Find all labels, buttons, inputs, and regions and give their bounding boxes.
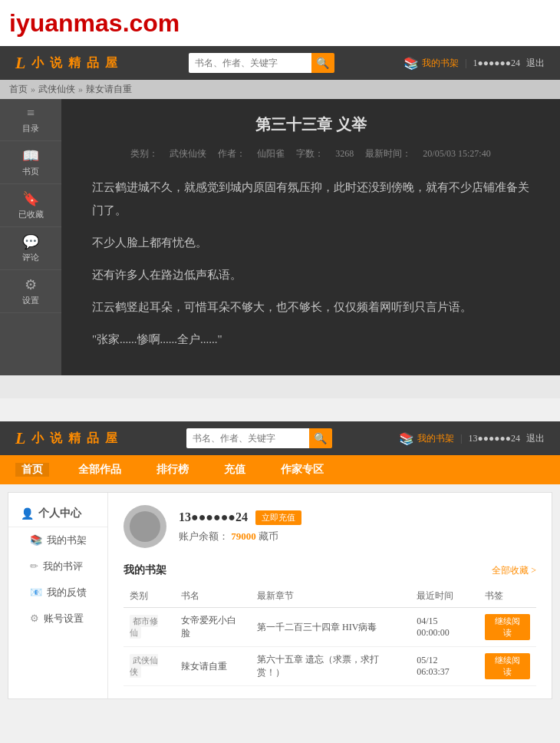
toolbar-toc-label: 目录 <box>22 123 39 134</box>
toolbar-settings-label: 设置 <box>22 295 39 306</box>
table-row: 都市修仙 女帝爱死小白脸 第一千二百三十四章 HIV病毒 04/15 00:00… <box>124 608 536 647</box>
book-updated-1: 04/15 00:00:00 <box>410 608 478 647</box>
view-all-button[interactable]: 全部收藏 > <box>492 564 536 577</box>
nav-all-works[interactable]: 全部作品 <box>72 463 127 477</box>
book-latest-2: 第六十五章 遗忘（求票，求打赏！） <box>251 647 410 686</box>
home-header-right: 📚 我的书架 | 13●●●●●●24 退出 <box>399 431 545 446</box>
reader-header: L 小 说 精 品 屋 🔍 📚 我的书架 | 1●●●●●●24 退出 <box>0 46 560 80</box>
para-3: 还有许多人在路边低声私语。 <box>92 263 529 286</box>
logo: L 小 说 精 品 屋 <box>15 53 119 73</box>
username-row: 13●●●●●●24 立即充值 <box>179 510 536 525</box>
book-type-1: 都市修仙 <box>124 608 175 647</box>
reader-section: L 小 说 精 品 屋 🔍 📚 我的书架 | 1●●●●●●24 退出 首页 »… <box>0 46 560 375</box>
breadcrumb-sep1: » <box>31 84 35 95</box>
logo-text: 小 说 精 品 屋 <box>31 55 119 71</box>
uc-menu-feedback[interactable]: 📧 我的反馈 <box>8 580 107 606</box>
search-input[interactable] <box>189 53 311 73</box>
uc-menu-account-label: 账号设置 <box>44 612 84 626</box>
home-bookshelf-button[interactable]: 📚 我的书架 <box>399 431 454 446</box>
meta-type: 武侠仙侠 <box>170 148 206 159</box>
nav-home[interactable]: 首页 <box>15 463 49 477</box>
col-action: 书签 <box>479 585 536 608</box>
uc-reviews-icon: ✏ <box>30 560 38 573</box>
uc-menu-feedback-label: 我的反馈 <box>47 586 87 599</box>
reader-layout: ≡ 目录 📖 书页 🔖 已收藏 💬 评论 ⚙ 设置 第三十三章 义举 <box>0 99 560 375</box>
home-search-button[interactable]: 🔍 <box>309 428 332 448</box>
meta-words-label: 字数： <box>296 148 324 159</box>
bookshelf-label: 我的书架 <box>422 57 459 70</box>
bookshelf-section-title: 我的书架 <box>124 563 166 577</box>
header-right: 📚 我的书架 | 1●●●●●●24 退出 <box>404 56 545 71</box>
balance-row: 账户余额： 79000 藏币 <box>179 530 536 543</box>
home-logo-text: 小 说 精 品 屋 <box>31 431 119 447</box>
toolbar-toc[interactable]: ≡ 目录 <box>0 99 61 141</box>
breadcrumb-current: 辣女请自重 <box>86 83 132 96</box>
bookshelf-section: 我的书架 全部收藏 > 类别 书名 最新章节 最近时间 书签 <box>124 563 536 686</box>
read-button-1[interactable]: 继续阅读 <box>485 614 530 640</box>
bookshelf-icon: 📚 <box>404 56 419 71</box>
book-link-2[interactable]: 辣女请自重 <box>181 661 227 672</box>
logout-button[interactable]: 退出 <box>526 57 545 70</box>
home-user-info: 13●●●●●●24 <box>468 433 520 444</box>
book-name-1: 女帝爱死小白脸 <box>175 608 251 647</box>
logo-icon: L <box>15 53 27 73</box>
breadcrumb-home[interactable]: 首页 <box>9 83 28 96</box>
uc-account-icon: ⚙ <box>30 613 39 625</box>
search-bar: 🔍 <box>189 53 334 73</box>
toolbar-bookmark[interactable]: 🔖 已收藏 <box>0 184 61 227</box>
home-search-input[interactable] <box>186 428 309 448</box>
toolbar-settings[interactable]: ⚙ 设置 <box>0 270 61 313</box>
section-gap <box>0 375 560 398</box>
home-logo-icon: L <box>15 428 27 448</box>
watermark-text: iyuanmas.com <box>9 9 180 38</box>
col-updated: 最近时间 <box>410 585 478 608</box>
uc-sidebar-header: 👤 个人中心 <box>8 500 107 527</box>
toolbar-comment[interactable]: 💬 评论 <box>0 227 61 270</box>
book-type-2: 武侠仙侠 <box>124 647 175 686</box>
nav-author-zone[interactable]: 作家专区 <box>275 463 330 477</box>
home-logout-button[interactable]: 退出 <box>526 432 545 445</box>
book-name-2: 辣女请自重 <box>175 647 251 686</box>
book-link-1[interactable]: 女帝爱死小白脸 <box>181 615 236 639</box>
avatar-image <box>130 511 160 542</box>
recharge-button[interactable]: 立即充值 <box>255 510 301 525</box>
book-type-badge-1: 都市修仙 <box>130 615 158 639</box>
comment-icon: 💬 <box>22 233 39 250</box>
uc-menu-reviews[interactable]: ✏ 我的书评 <box>8 553 107 580</box>
username-display: 13●●●●●●24 <box>179 510 248 524</box>
search-button[interactable]: 🔍 <box>311 53 334 73</box>
user-center: 👤 个人中心 📚 我的书架 ✏ 我的书评 📧 我的反馈 ⚙ 账号设置 <box>8 492 552 699</box>
meta-type-label: 类别： <box>130 148 158 159</box>
para-1: 江云鹤进城不久，就感觉到城内原固有氛压抑，此时还没到傍晚，就有不少店铺准备关门了… <box>92 176 529 222</box>
uc-menu-reviews-label: 我的书评 <box>43 560 83 573</box>
uc-main: 13●●●●●●24 立即充值 账户余额： 79000 藏币 我的书架 全部收藏… <box>108 493 552 698</box>
nav-ranking[interactable]: 排行榜 <box>150 463 195 477</box>
read-button-2[interactable]: 继续阅读 <box>485 653 530 679</box>
user-info: 1●●●●●●24 <box>473 58 520 69</box>
uc-feedback-icon: 📧 <box>30 586 42 599</box>
uc-menu-account[interactable]: ⚙ 账号设置 <box>8 606 107 632</box>
balance-label: 账户余额： <box>179 530 229 542</box>
breadcrumb: 首页 » 武侠仙侠 » 辣女请自重 <box>0 80 560 99</box>
home-bookshelf-label: 我的书架 <box>417 432 454 445</box>
col-type: 类别 <box>124 585 175 608</box>
home-header: L 小 说 精 品 屋 🔍 📚 我的书架 | 13●●●●●●24 退出 <box>0 421 560 455</box>
col-name: 书名 <box>175 585 251 608</box>
chapter-meta: 类别： 武侠仙侠 作者： 仙阳雀 字数： 3268 最新时间： 20/05/03… <box>92 147 529 160</box>
table-row: 武侠仙侠 辣女请自重 第六十五章 遗忘（求票，求打赏！） 05/12 06:03… <box>124 647 536 686</box>
uc-sidebar: 👤 个人中心 📚 我的书架 ✏ 我的书评 📧 我的反馈 ⚙ 账号设置 <box>8 493 108 698</box>
para-2: 不少人脸上都有忧色。 <box>92 231 529 254</box>
breadcrumb-category[interactable]: 武侠仙侠 <box>38 83 75 96</box>
nav-bar: 首页 全部作品 排行榜 充值 作家专区 <box>0 455 560 484</box>
nav-recharge[interactable]: 充值 <box>218 463 252 477</box>
side-toolbar: ≡ 目录 📖 书页 🔖 已收藏 💬 评论 ⚙ 设置 <box>0 99 61 375</box>
meta-updated: 20/05/03 15:27:40 <box>423 148 490 159</box>
bookmark-icon: 🔖 <box>22 190 39 207</box>
bookshelf-button[interactable]: 📚 我的书架 <box>404 56 459 71</box>
settings-icon: ⚙ <box>25 276 37 293</box>
user-profile: 13●●●●●●24 立即充值 账户余额： 79000 藏币 <box>124 505 536 548</box>
breadcrumb-sep2: » <box>78 84 83 95</box>
uc-menu-bookshelf[interactable]: 📚 我的书架 <box>8 527 107 553</box>
toolbar-page[interactable]: 📖 书页 <box>0 141 61 184</box>
user-details: 13●●●●●●24 立即充值 账户余额： 79000 藏币 <box>179 510 536 543</box>
